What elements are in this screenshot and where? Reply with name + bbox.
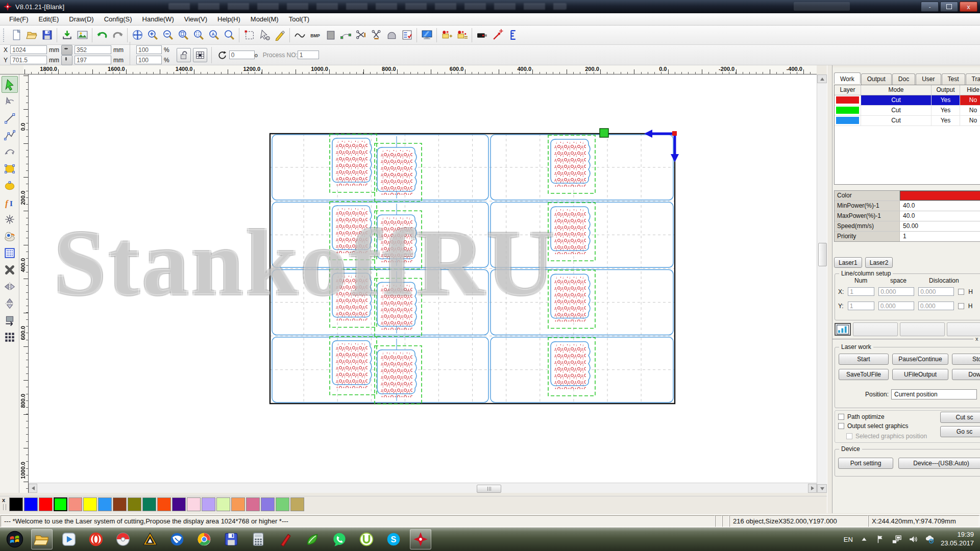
layer-output-cell[interactable]: Yes (932, 116, 960, 126)
toolbar-grip[interactable] (3, 29, 6, 42)
tool-text-button[interactable]: fI (2, 194, 18, 211)
taskbar-leaf-button[interactable] (302, 529, 323, 549)
fill-button[interactable] (323, 28, 338, 43)
palette-color-6[interactable] (98, 497, 112, 511)
zoom-letter-button[interactable]: A (206, 28, 222, 43)
save-to-ufile-button[interactable]: SaveToUFile (839, 369, 889, 380)
zoom-out-button[interactable] (160, 28, 176, 43)
layer-mode-cell[interactable]: Cut (861, 116, 932, 126)
palette-color-11[interactable] (172, 497, 186, 511)
tab-transform[interactable]: Transf (966, 73, 980, 85)
start-button[interactable]: Start (839, 354, 889, 365)
menu-model[interactable]: Model(M) (246, 14, 284, 24)
taskbar-whatsapp-button[interactable] (329, 529, 350, 549)
x-space-input[interactable] (878, 287, 914, 296)
import-button[interactable] (59, 28, 75, 43)
taskbar-utorrent-button[interactable] (356, 529, 377, 549)
scroll-right-arrow[interactable] (808, 484, 817, 493)
taskbar-pen-button[interactable] (275, 529, 296, 549)
undo-button[interactable] (94, 28, 110, 43)
device-select-button[interactable]: Device---(USB:Auto) (898, 458, 980, 469)
palette-close-button[interactable]: x (2, 497, 5, 503)
tool-polyline-button[interactable] (2, 127, 18, 143)
network-icon[interactable] (892, 534, 902, 544)
output-select-checkbox[interactable] (838, 423, 844, 429)
bmp-button[interactable]: BMP (307, 28, 323, 43)
process-no-input[interactable] (298, 51, 319, 59)
menu-config[interactable]: Config(S) (99, 14, 137, 24)
ufile-output-button[interactable]: UFileOutput (892, 369, 948, 380)
laser-pointer-button[interactable] (489, 28, 505, 43)
rotate-button[interactable] (216, 48, 229, 62)
layer-hide-cell[interactable]: No (960, 95, 980, 105)
node-join-button[interactable] (338, 28, 353, 43)
close-button[interactable]: x (960, 2, 977, 12)
layer-output-cell[interactable]: Yes (932, 95, 960, 105)
scroll-left-arrow[interactable] (29, 484, 37, 493)
y-num-input[interactable] (848, 302, 874, 310)
param-value[interactable]: 40.0 (900, 201, 980, 211)
palette-color-17[interactable] (261, 497, 275, 511)
menu-view[interactable]: View(V) (179, 14, 212, 24)
tool-select-button[interactable] (2, 76, 18, 93)
horizontal-scrollbar[interactable] (29, 483, 817, 493)
height-input[interactable] (75, 56, 111, 64)
drawing-canvas[interactable] (29, 74, 817, 483)
y-mirror-checkbox[interactable] (958, 303, 964, 309)
layer-row[interactable]: CutYesNo (835, 106, 980, 116)
tab-doc[interactable]: Doc (892, 73, 915, 85)
zoom-in-button[interactable] (145, 28, 160, 43)
monitor-button[interactable] (419, 28, 434, 43)
knife-button[interactable] (272, 28, 287, 43)
dock-button-1[interactable] (853, 322, 898, 336)
dock-button-2[interactable] (900, 322, 945, 336)
taskbar-avg-button[interactable] (139, 529, 161, 549)
zoom-page-button[interactable] (176, 28, 191, 43)
selected-position-checkbox[interactable] (846, 433, 852, 439)
weld-button[interactable] (384, 28, 399, 43)
position-dropdown[interactable]: Current position (891, 389, 977, 399)
layer-row[interactable]: CutYesNo (835, 95, 980, 106)
tool-mirror-v-button[interactable] (2, 295, 18, 312)
palette-color-3[interactable] (54, 497, 67, 511)
palette-color-1[interactable] (24, 497, 38, 511)
taskbar-sphere-button[interactable] (112, 529, 134, 549)
palette-color-10[interactable] (157, 497, 171, 511)
menu-tool[interactable]: Tool(T) (284, 14, 314, 24)
tool-ellipse-button[interactable] (2, 177, 18, 194)
layer-mode-cell[interactable]: Cut (861, 106, 932, 115)
copy-array-2-button[interactable] (454, 28, 470, 43)
lock-ratio-button[interactable] (177, 48, 191, 62)
redo-button[interactable] (110, 28, 125, 43)
tool-delete-button[interactable] (2, 261, 18, 278)
palette-color-13[interactable] (202, 497, 215, 511)
download-button[interactable]: Downl (952, 369, 980, 380)
layer-hide-cell[interactable]: No (960, 106, 980, 115)
menu-file[interactable]: File(F) (4, 14, 34, 24)
laser1-button[interactable]: Laser1 (834, 257, 862, 268)
image-button[interactable] (75, 28, 90, 43)
taskbar-chrome-button[interactable] (193, 529, 215, 549)
width-input[interactable] (75, 45, 111, 54)
laser2-button[interactable]: Laser2 (865, 257, 893, 268)
palette-color-15[interactable] (231, 497, 245, 511)
taskbar-opera-button[interactable] (85, 529, 107, 549)
copy-array-1-button[interactable] (439, 28, 454, 43)
tool-array-button[interactable] (2, 329, 18, 345)
taskbar-save-app-button[interactable] (220, 529, 242, 549)
palette-color-0[interactable] (9, 497, 23, 511)
vertical-scroll-thumb[interactable] (818, 243, 827, 266)
palette-color-2[interactable] (39, 497, 53, 511)
port-setting-button[interactable]: Port setting (838, 458, 893, 469)
width-link-button[interactable] (61, 45, 72, 55)
tool-camera-button[interactable] (2, 228, 18, 244)
tool-corner-button[interactable] (2, 312, 18, 329)
tool-point-button[interactable] (2, 211, 18, 228)
scroll-up-arrow[interactable] (817, 74, 827, 83)
tab-user[interactable]: User (916, 73, 941, 85)
volume-icon[interactable] (908, 534, 918, 544)
taskbar-calculator-button[interactable] (248, 529, 269, 549)
action-center-flag-icon[interactable] (875, 534, 886, 544)
dock-button-3[interactable] (947, 322, 980, 336)
vertical-scrollbar[interactable] (817, 74, 827, 493)
